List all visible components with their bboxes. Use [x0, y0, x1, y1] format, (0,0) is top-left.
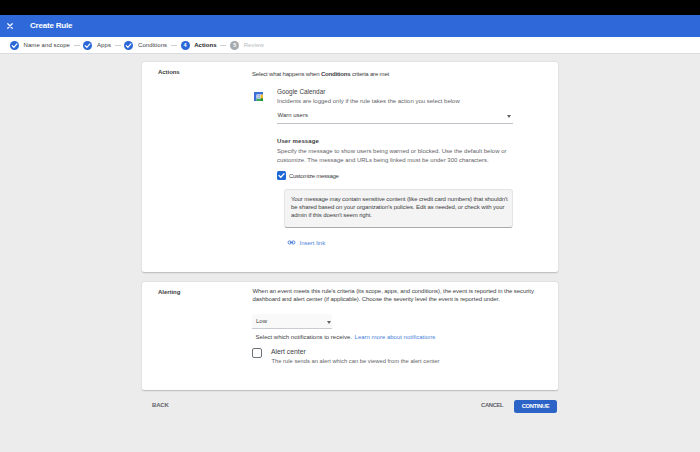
step-number: 4: [181, 41, 190, 50]
notifications-text: Select which notifications to receive.: [256, 334, 354, 340]
link-icon: [287, 238, 296, 247]
alerting-description: When an event meets this rule's criteria…: [253, 287, 534, 303]
intro-conditions-bold: Conditions: [321, 71, 351, 77]
step-label: Conditions: [138, 42, 167, 48]
step-label: Actions: [194, 42, 217, 48]
severity-select[interactable]: Low: [252, 314, 332, 329]
severity-select-value: Low: [256, 318, 267, 324]
alert-center-description: The rule sends an alert which can be vie…: [272, 358, 440, 364]
alert-center-label: Alert center: [271, 348, 306, 355]
step-actions[interactable]: 4Actions: [181, 41, 217, 50]
step-label: Apps: [97, 42, 111, 48]
alerting-card-content: When an event meets this rule's criteria…: [252, 282, 558, 390]
google-calendar-icon: 31: [254, 92, 263, 101]
alerting-section-label: Alerting: [158, 289, 180, 295]
actions-intro-text: Select what happens when Conditions crit…: [252, 71, 389, 77]
intro-prefix: Select what happens when: [252, 71, 321, 77]
stepper: Name and scopeAppsConditions4Actions5Rev…: [0, 37, 700, 54]
notifications-line: Select which notifications to receive. L…: [256, 334, 436, 340]
message-text: Your message may contain sensitive conte…: [291, 195, 508, 219]
step-number: 5: [230, 41, 239, 50]
step-apps[interactable]: Apps: [83, 41, 111, 50]
back-button[interactable]: BACK: [152, 402, 169, 408]
actions-section-label: Actions: [158, 69, 180, 75]
svg-text:31: 31: [257, 95, 261, 99]
step-conditions[interactable]: Conditions: [124, 41, 167, 50]
alerting-card: Alerting When an event meets this rule's…: [142, 282, 558, 390]
actions-card-content: Select what happens when Conditions crit…: [252, 62, 558, 272]
message-textarea[interactable]: Your message may contain sensitive conte…: [284, 189, 513, 229]
customize-message-checkbox[interactable]: Customize message: [277, 171, 339, 180]
system-bar: [0, 0, 700, 15]
app-description: Incidents are logged only if the rule ta…: [277, 98, 460, 104]
step-review[interactable]: 5Review: [230, 41, 264, 50]
step-label: Name and scope: [24, 42, 70, 48]
step-separator: [220, 45, 226, 46]
user-message-description: Specify the message to show users being …: [277, 147, 506, 164]
learn-more-link[interactable]: Learn more about notifications: [354, 334, 436, 340]
insert-link-label: Insert link: [300, 240, 326, 246]
step-label: Review: [244, 42, 264, 48]
continue-button[interactable]: CONTINUE: [514, 400, 557, 413]
checkbox-checked-icon: [277, 171, 286, 180]
dropdown-arrow-icon: [327, 321, 331, 324]
dropdown-arrow-icon: [507, 115, 511, 118]
action-select[interactable]: Warn users: [277, 108, 513, 124]
alert-center-checkbox[interactable]: Alert center: [252, 348, 306, 358]
step-check-icon: [10, 41, 19, 50]
step-separator: [171, 45, 177, 46]
step-name-and-scope[interactable]: Name and scope: [10, 41, 70, 50]
close-icon: [7, 23, 13, 29]
intro-suffix: criteria are met: [350, 71, 389, 77]
app-name: Google Calendar: [277, 88, 325, 95]
actions-card: Actions Select what happens when Conditi…: [142, 62, 558, 272]
action-select-value: Warn users: [278, 112, 308, 118]
user-message-heading: User message: [277, 138, 319, 144]
insert-link-button[interactable]: Insert link: [287, 238, 325, 247]
step-separator: [115, 45, 121, 46]
step-check-icon: [124, 41, 133, 50]
appbar: Create Rule: [0, 15, 700, 37]
step-separator: [74, 45, 80, 46]
dialog-title: Create Rule: [30, 15, 72, 37]
customize-message-label: Customize message: [289, 173, 339, 179]
cancel-button[interactable]: CANCEL: [481, 402, 503, 408]
step-check-icon: [83, 41, 92, 50]
checkbox-unchecked-icon: [252, 348, 262, 358]
close-button[interactable]: [4, 15, 16, 37]
